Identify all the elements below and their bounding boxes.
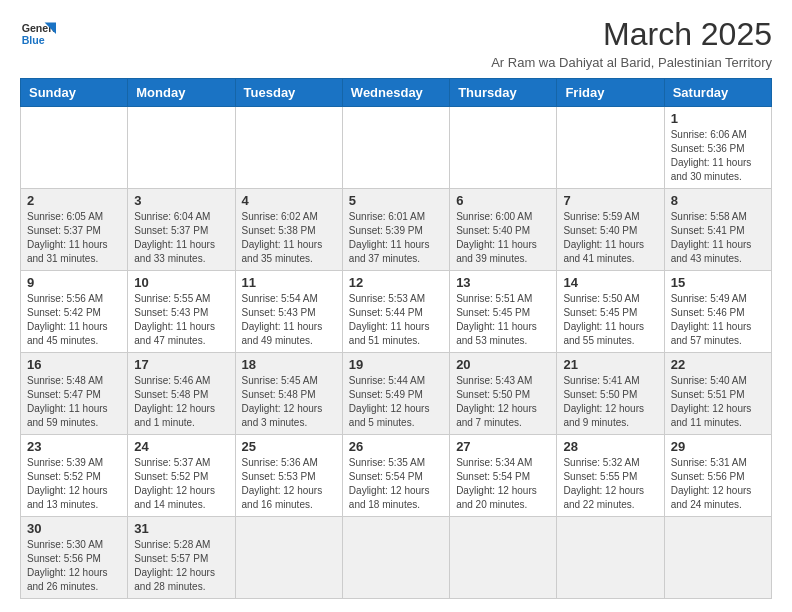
day-info: Sunrise: 5:45 AM Sunset: 5:48 PM Dayligh… bbox=[242, 374, 336, 430]
table-row bbox=[450, 107, 557, 189]
day-info: Sunrise: 5:54 AM Sunset: 5:43 PM Dayligh… bbox=[242, 292, 336, 348]
calendar-week-row: 2Sunrise: 6:05 AM Sunset: 5:37 PM Daylig… bbox=[21, 189, 772, 271]
table-row: 27Sunrise: 5:34 AM Sunset: 5:54 PM Dayli… bbox=[450, 435, 557, 517]
day-info: Sunrise: 5:40 AM Sunset: 5:51 PM Dayligh… bbox=[671, 374, 765, 430]
day-info: Sunrise: 5:48 AM Sunset: 5:47 PM Dayligh… bbox=[27, 374, 121, 430]
day-number: 17 bbox=[134, 357, 228, 372]
table-row bbox=[21, 107, 128, 189]
day-info: Sunrise: 5:56 AM Sunset: 5:42 PM Dayligh… bbox=[27, 292, 121, 348]
subtitle: Ar Ram wa Dahiyat al Barid, Palestinian … bbox=[491, 55, 772, 70]
day-number: 21 bbox=[563, 357, 657, 372]
calendar-week-row: 16Sunrise: 5:48 AM Sunset: 5:47 PM Dayli… bbox=[21, 353, 772, 435]
day-number: 5 bbox=[349, 193, 443, 208]
day-number: 20 bbox=[456, 357, 550, 372]
day-info: Sunrise: 5:55 AM Sunset: 5:43 PM Dayligh… bbox=[134, 292, 228, 348]
calendar: Sunday Monday Tuesday Wednesday Thursday… bbox=[20, 78, 772, 599]
day-number: 16 bbox=[27, 357, 121, 372]
day-info: Sunrise: 5:50 AM Sunset: 5:45 PM Dayligh… bbox=[563, 292, 657, 348]
day-info: Sunrise: 5:32 AM Sunset: 5:55 PM Dayligh… bbox=[563, 456, 657, 512]
day-info: Sunrise: 6:04 AM Sunset: 5:37 PM Dayligh… bbox=[134, 210, 228, 266]
day-number: 28 bbox=[563, 439, 657, 454]
table-row: 15Sunrise: 5:49 AM Sunset: 5:46 PM Dayli… bbox=[664, 271, 771, 353]
table-row: 10Sunrise: 5:55 AM Sunset: 5:43 PM Dayli… bbox=[128, 271, 235, 353]
day-info: Sunrise: 5:49 AM Sunset: 5:46 PM Dayligh… bbox=[671, 292, 765, 348]
day-number: 7 bbox=[563, 193, 657, 208]
svg-text:Blue: Blue bbox=[22, 34, 45, 46]
day-number: 27 bbox=[456, 439, 550, 454]
table-row: 9Sunrise: 5:56 AM Sunset: 5:42 PM Daylig… bbox=[21, 271, 128, 353]
day-number: 14 bbox=[563, 275, 657, 290]
day-info: Sunrise: 5:37 AM Sunset: 5:52 PM Dayligh… bbox=[134, 456, 228, 512]
table-row: 22Sunrise: 5:40 AM Sunset: 5:51 PM Dayli… bbox=[664, 353, 771, 435]
day-info: Sunrise: 5:43 AM Sunset: 5:50 PM Dayligh… bbox=[456, 374, 550, 430]
table-row: 2Sunrise: 6:05 AM Sunset: 5:37 PM Daylig… bbox=[21, 189, 128, 271]
day-number: 15 bbox=[671, 275, 765, 290]
col-monday: Monday bbox=[128, 79, 235, 107]
table-row: 21Sunrise: 5:41 AM Sunset: 5:50 PM Dayli… bbox=[557, 353, 664, 435]
day-number: 24 bbox=[134, 439, 228, 454]
logo: General Blue bbox=[20, 16, 56, 52]
col-saturday: Saturday bbox=[664, 79, 771, 107]
table-row: 30Sunrise: 5:30 AM Sunset: 5:56 PM Dayli… bbox=[21, 517, 128, 599]
calendar-header-row: Sunday Monday Tuesday Wednesday Thursday… bbox=[21, 79, 772, 107]
table-row bbox=[450, 517, 557, 599]
day-number: 4 bbox=[242, 193, 336, 208]
table-row: 7Sunrise: 5:59 AM Sunset: 5:40 PM Daylig… bbox=[557, 189, 664, 271]
day-info: Sunrise: 6:05 AM Sunset: 5:37 PM Dayligh… bbox=[27, 210, 121, 266]
day-number: 18 bbox=[242, 357, 336, 372]
col-tuesday: Tuesday bbox=[235, 79, 342, 107]
day-number: 9 bbox=[27, 275, 121, 290]
table-row: 11Sunrise: 5:54 AM Sunset: 5:43 PM Dayli… bbox=[235, 271, 342, 353]
table-row: 14Sunrise: 5:50 AM Sunset: 5:45 PM Dayli… bbox=[557, 271, 664, 353]
day-number: 6 bbox=[456, 193, 550, 208]
day-info: Sunrise: 5:28 AM Sunset: 5:57 PM Dayligh… bbox=[134, 538, 228, 594]
table-row bbox=[342, 107, 449, 189]
table-row: 28Sunrise: 5:32 AM Sunset: 5:55 PM Dayli… bbox=[557, 435, 664, 517]
logo-icon: General Blue bbox=[20, 16, 56, 52]
day-number: 2 bbox=[27, 193, 121, 208]
table-row bbox=[235, 517, 342, 599]
day-info: Sunrise: 5:58 AM Sunset: 5:41 PM Dayligh… bbox=[671, 210, 765, 266]
table-row bbox=[235, 107, 342, 189]
day-info: Sunrise: 6:01 AM Sunset: 5:39 PM Dayligh… bbox=[349, 210, 443, 266]
day-number: 13 bbox=[456, 275, 550, 290]
day-info: Sunrise: 5:39 AM Sunset: 5:52 PM Dayligh… bbox=[27, 456, 121, 512]
table-row: 13Sunrise: 5:51 AM Sunset: 5:45 PM Dayli… bbox=[450, 271, 557, 353]
table-row bbox=[664, 517, 771, 599]
table-row: 18Sunrise: 5:45 AM Sunset: 5:48 PM Dayli… bbox=[235, 353, 342, 435]
day-number: 31 bbox=[134, 521, 228, 536]
table-row: 17Sunrise: 5:46 AM Sunset: 5:48 PM Dayli… bbox=[128, 353, 235, 435]
day-info: Sunrise: 5:41 AM Sunset: 5:50 PM Dayligh… bbox=[563, 374, 657, 430]
month-title: March 2025 bbox=[491, 16, 772, 53]
table-row: 6Sunrise: 6:00 AM Sunset: 5:40 PM Daylig… bbox=[450, 189, 557, 271]
table-row bbox=[557, 517, 664, 599]
day-number: 8 bbox=[671, 193, 765, 208]
col-sunday: Sunday bbox=[21, 79, 128, 107]
day-number: 11 bbox=[242, 275, 336, 290]
table-row: 29Sunrise: 5:31 AM Sunset: 5:56 PM Dayli… bbox=[664, 435, 771, 517]
calendar-week-row: 1Sunrise: 6:06 AM Sunset: 5:36 PM Daylig… bbox=[21, 107, 772, 189]
day-info: Sunrise: 5:35 AM Sunset: 5:54 PM Dayligh… bbox=[349, 456, 443, 512]
title-area: March 2025 Ar Ram wa Dahiyat al Barid, P… bbox=[491, 16, 772, 70]
calendar-week-row: 30Sunrise: 5:30 AM Sunset: 5:56 PM Dayli… bbox=[21, 517, 772, 599]
table-row: 20Sunrise: 5:43 AM Sunset: 5:50 PM Dayli… bbox=[450, 353, 557, 435]
day-info: Sunrise: 5:46 AM Sunset: 5:48 PM Dayligh… bbox=[134, 374, 228, 430]
day-info: Sunrise: 5:31 AM Sunset: 5:56 PM Dayligh… bbox=[671, 456, 765, 512]
calendar-week-row: 9Sunrise: 5:56 AM Sunset: 5:42 PM Daylig… bbox=[21, 271, 772, 353]
table-row: 25Sunrise: 5:36 AM Sunset: 5:53 PM Dayli… bbox=[235, 435, 342, 517]
table-row: 12Sunrise: 5:53 AM Sunset: 5:44 PM Dayli… bbox=[342, 271, 449, 353]
col-wednesday: Wednesday bbox=[342, 79, 449, 107]
table-row: 24Sunrise: 5:37 AM Sunset: 5:52 PM Dayli… bbox=[128, 435, 235, 517]
table-row: 8Sunrise: 5:58 AM Sunset: 5:41 PM Daylig… bbox=[664, 189, 771, 271]
day-number: 22 bbox=[671, 357, 765, 372]
table-row: 4Sunrise: 6:02 AM Sunset: 5:38 PM Daylig… bbox=[235, 189, 342, 271]
day-info: Sunrise: 5:36 AM Sunset: 5:53 PM Dayligh… bbox=[242, 456, 336, 512]
table-row: 19Sunrise: 5:44 AM Sunset: 5:49 PM Dayli… bbox=[342, 353, 449, 435]
col-friday: Friday bbox=[557, 79, 664, 107]
table-row: 31Sunrise: 5:28 AM Sunset: 5:57 PM Dayli… bbox=[128, 517, 235, 599]
day-number: 25 bbox=[242, 439, 336, 454]
day-number: 10 bbox=[134, 275, 228, 290]
table-row bbox=[128, 107, 235, 189]
day-info: Sunrise: 5:30 AM Sunset: 5:56 PM Dayligh… bbox=[27, 538, 121, 594]
day-info: Sunrise: 6:06 AM Sunset: 5:36 PM Dayligh… bbox=[671, 128, 765, 184]
